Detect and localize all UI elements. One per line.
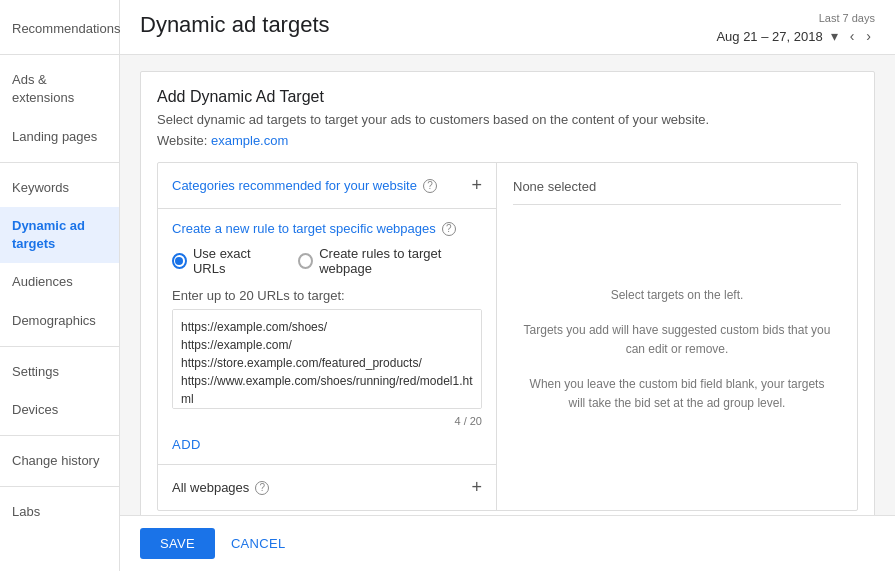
website-line: Website: example.com xyxy=(157,133,858,148)
all-webpages-help-icon[interactable]: ? xyxy=(255,481,269,495)
radio-group: Use exact URLs Create rules to target we… xyxy=(172,246,482,276)
page-title: Dynamic ad targets xyxy=(140,12,330,38)
create-rule-section: Create a new rule to target specific web… xyxy=(158,209,496,465)
categories-help-icon[interactable]: ? xyxy=(423,179,437,193)
create-rule-help-icon[interactable]: ? xyxy=(442,222,456,236)
add-target-title: Add Dynamic Ad Target xyxy=(157,88,858,106)
page-header: Dynamic ad targets Last 7 days Aug 21 – … xyxy=(120,0,895,55)
categories-section-header[interactable]: Categories recommended for your website … xyxy=(158,163,496,209)
sidebar: Recommendations Ads & extensions Landing… xyxy=(0,0,120,571)
radio-create-rules-circle xyxy=(298,253,313,269)
sidebar-item-recommendations[interactable]: Recommendations xyxy=(0,10,119,48)
create-rule-header: Create a new rule to target specific web… xyxy=(172,221,482,236)
date-range-area: Last 7 days Aug 21 – 27, 2018 ▾ ‹ › xyxy=(716,12,875,46)
radio-exact-urls[interactable]: Use exact URLs xyxy=(172,246,278,276)
save-button[interactable]: SAVE xyxy=(140,528,215,559)
date-range-label: Last 7 days xyxy=(819,12,875,24)
radio-create-rules-label: Create rules to target webpage xyxy=(319,246,482,276)
sidebar-item-landing-pages[interactable]: Landing pages xyxy=(0,118,119,156)
website-label: Website: xyxy=(157,133,207,148)
radio-exact-urls-circle xyxy=(172,253,187,269)
all-webpages-section: All webpages ? + xyxy=(158,465,496,510)
categories-plus-icon[interactable]: + xyxy=(471,175,482,196)
date-next-button[interactable]: › xyxy=(862,26,875,46)
footer: SAVE CANCEL xyxy=(120,515,895,571)
sidebar-item-dynamic-ad-targets[interactable]: Dynamic ad targets xyxy=(0,207,119,263)
left-column: Categories recommended for your website … xyxy=(158,163,497,510)
sidebar-item-keywords[interactable]: Keywords xyxy=(0,169,119,207)
none-selected: None selected xyxy=(513,179,841,205)
right-info-area: Select targets on the left. Targets you … xyxy=(513,205,841,494)
right-select-targets: Select targets on the left. xyxy=(611,286,744,305)
website-url[interactable]: example.com xyxy=(211,133,288,148)
date-prev-button[interactable]: ‹ xyxy=(846,26,859,46)
add-link[interactable]: ADD xyxy=(172,437,201,452)
sidebar-item-audiences[interactable]: Audiences xyxy=(0,263,119,301)
right-column: None selected Select targets on the left… xyxy=(497,163,857,510)
radio-exact-urls-label: Use exact URLs xyxy=(193,246,278,276)
categories-header-left: Categories recommended for your website … xyxy=(172,178,437,193)
sidebar-item-devices[interactable]: Devices xyxy=(0,391,119,429)
two-column-layout: Categories recommended for your website … xyxy=(157,162,858,511)
create-rule-label: Create a new rule to target specific web… xyxy=(172,221,436,236)
date-range-text: Aug 21 – 27, 2018 xyxy=(716,29,822,44)
categories-label: Categories recommended for your website xyxy=(172,178,417,193)
url-instruction: Enter up to 20 URLs to target: xyxy=(172,288,482,303)
right-bid-blank: When you leave the custom bid field blan… xyxy=(523,375,831,413)
all-webpages-label: All webpages xyxy=(172,480,249,495)
date-range-controls: Aug 21 – 27, 2018 ▾ ‹ › xyxy=(716,26,875,46)
sidebar-item-change-history[interactable]: Change history xyxy=(0,442,119,480)
sidebar-item-ads-extensions[interactable]: Ads & extensions xyxy=(0,61,119,117)
cancel-button[interactable]: CANCEL xyxy=(231,536,286,551)
add-target-card: Add Dynamic Ad Target Select dynamic ad … xyxy=(140,71,875,515)
sidebar-item-labs[interactable]: Labs xyxy=(0,493,119,531)
date-dropdown-button[interactable]: ▾ xyxy=(827,26,842,46)
main-area: Dynamic ad targets Last 7 days Aug 21 – … xyxy=(120,0,895,571)
url-count: 4 / 20 xyxy=(172,415,482,427)
sidebar-item-settings[interactable]: Settings xyxy=(0,353,119,391)
sidebar-item-demographics[interactable]: Demographics xyxy=(0,302,119,340)
radio-create-rules[interactable]: Create rules to target webpage xyxy=(298,246,482,276)
content-area: Add Dynamic Ad Target Select dynamic ad … xyxy=(120,55,895,515)
add-target-desc: Select dynamic ad targets to target your… xyxy=(157,112,858,127)
url-textarea[interactable] xyxy=(172,309,482,409)
right-custom-bids: Targets you add will have suggested cust… xyxy=(523,321,831,359)
all-webpages-left: All webpages ? xyxy=(172,480,269,495)
all-webpages-plus-icon[interactable]: + xyxy=(471,477,482,498)
